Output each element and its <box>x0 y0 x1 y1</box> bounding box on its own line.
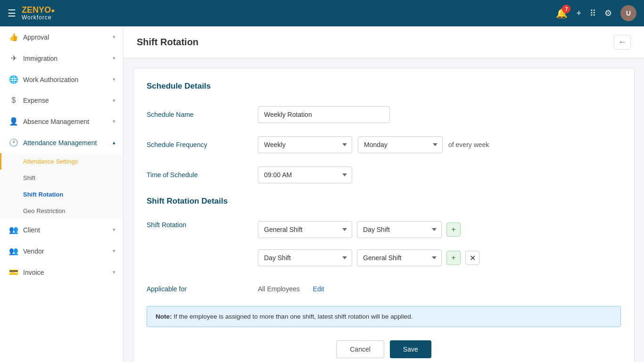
sidebar-item-client[interactable]: 👥 Client ▾ <box>0 219 123 240</box>
shift-rotation-row-1: General Shift Day Shift Night Shift Morn… <box>258 221 461 238</box>
settings-icon[interactable]: ⚙ <box>604 8 612 18</box>
schedule-name-label: Schedule Name <box>147 111 250 118</box>
add-shift-button-2[interactable]: + <box>446 251 461 265</box>
logo: ZENYO● Workforce <box>22 6 55 21</box>
sidebar-item-geo-restriction[interactable]: Geo Restriction <box>0 203 123 219</box>
chevron-down-icon: ▾ <box>113 269 116 275</box>
time-of-schedule-label: Time of Schedule <box>147 171 250 179</box>
logo-workforce: Workforce <box>22 15 55 21</box>
sidebar-label-immigration: Immigration <box>23 55 58 62</box>
chevron-down-icon: ▾ <box>113 227 116 233</box>
main-content: Shift Rotation ← Schedule Details Schedu… <box>124 26 644 362</box>
grid-icon[interactable]: ⠿ <box>590 8 596 18</box>
absence-icon: 👤 <box>9 117 18 126</box>
notification-badge: 7 <box>562 5 570 13</box>
frequency-select[interactable]: Weekly Daily Monthly <box>258 136 352 153</box>
attendance-icon: 🕐 <box>9 138 18 147</box>
applicable-edit-link[interactable]: Edit <box>313 285 324 293</box>
shift-rotation-row: Shift Rotation General Shift Day Shift N… <box>147 221 621 272</box>
chevron-up-icon: ▴ <box>113 140 116 146</box>
sidebar-label-vendor: Vendor <box>23 247 44 255</box>
main-card: Schedule Details Schedule Name Schedule … <box>133 68 635 362</box>
chevron-down-icon: ▾ <box>113 248 116 254</box>
shift-type-select-1[interactable]: General Shift Day Shift Night Shift Morn… <box>258 221 352 238</box>
header-left: ☰ ZENYO● Workforce <box>8 6 55 21</box>
note-text: If the employee is assigned to more than… <box>172 313 413 320</box>
header-right: 🔔 7 + ⠿ ⚙ U <box>556 5 636 21</box>
shift-name-select-2[interactable]: General Shift Day Shift Night Shift Morn… <box>357 249 442 266</box>
chevron-down-icon: ▾ <box>113 98 116 104</box>
note-bold: Note: <box>156 313 172 320</box>
note-box: Note: If the employee is assigned to mor… <box>147 306 621 327</box>
back-button[interactable]: ← <box>614 35 631 49</box>
sidebar-item-absence-management[interactable]: 👤 Absence Management ▾ <box>0 111 123 132</box>
sidebar-item-shift[interactable]: Shift <box>0 170 123 186</box>
avatar[interactable]: U <box>620 5 636 21</box>
attendance-sub-menu: Attendance Settings Shift Shift Rotation… <box>0 153 123 219</box>
chevron-down-icon: ▾ <box>113 118 116 124</box>
schedule-name-input[interactable] <box>258 106 390 123</box>
sidebar: 👍 Approval ▾ ✈ Immigration ▾ 🌐 Work Auth… <box>0 26 124 362</box>
form-actions: Cancel Save <box>147 340 621 358</box>
applicable-value: All Employees <box>258 285 300 293</box>
hamburger-icon[interactable]: ☰ <box>8 8 16 19</box>
sidebar-label-attendance-management: Attendance Management <box>23 139 97 147</box>
page-header: Shift Rotation ← <box>124 26 644 58</box>
schedule-details-section-title: Schedule Details <box>147 82 621 95</box>
header: ☰ ZENYO● Workforce 🔔 7 + ⠿ ⚙ U <box>0 0 644 26</box>
shift-rotation-label: Shift Rotation <box>147 221 250 229</box>
invoice-icon: 💳 <box>9 268 18 277</box>
sidebar-label-approval: Approval <box>23 33 49 41</box>
schedule-frequency-row: Schedule Frequency Weekly Daily Monthly … <box>147 136 621 153</box>
sidebar-label-invoice: Invoice <box>23 269 44 276</box>
logo-zenyo: ZENYO● <box>22 6 55 15</box>
sidebar-item-expense[interactable]: $ Expense ▾ <box>0 90 123 111</box>
shift-type-select-2[interactable]: Day Shift General Shift Night Shift Morn… <box>258 249 352 266</box>
work-auth-icon: 🌐 <box>9 75 18 84</box>
sidebar-label-expense: Expense <box>23 97 49 104</box>
time-select[interactable]: 09:00 AM 08:00 AM 10:00 AM 11:00 AM 12:0… <box>258 166 352 183</box>
shift-rotation-row-2: Day Shift General Shift Night Shift Morn… <box>258 249 479 266</box>
sidebar-item-invoice[interactable]: 💳 Invoice ▾ <box>0 262 123 283</box>
immigration-icon: ✈ <box>9 54 18 63</box>
sidebar-label-absence-management: Absence Management <box>23 118 89 125</box>
vendor-icon: 👥 <box>9 247 18 255</box>
time-of-schedule-row: Time of Schedule 09:00 AM 08:00 AM 10:00… <box>147 166 621 183</box>
remove-shift-button[interactable]: ✕ <box>465 251 479 265</box>
sidebar-item-attendance-settings[interactable]: Attendance Settings <box>0 153 123 170</box>
applicable-for-row: Applicable for All Employees Edit <box>147 285 621 293</box>
sidebar-label-client: Client <box>23 226 40 234</box>
chevron-down-icon: ▾ <box>113 76 116 82</box>
applicable-for-label: Applicable for <box>147 285 250 293</box>
chevron-down-icon: ▾ <box>113 34 116 40</box>
client-icon: 👥 <box>9 225 18 234</box>
day-select[interactable]: Monday Tuesday Wednesday Thursday Friday… <box>358 136 443 153</box>
page-title: Shift Rotation <box>137 37 198 48</box>
add-icon[interactable]: + <box>576 8 581 18</box>
of-every-week-text: of every week <box>448 141 489 148</box>
sidebar-label-work-authorization: Work Authorization <box>23 76 78 83</box>
shift-rotation-details-section-title: Shift Rotation Details <box>147 197 621 210</box>
sidebar-item-approval[interactable]: 👍 Approval ▾ <box>0 26 123 48</box>
notification-bell[interactable]: 🔔 7 <box>556 8 568 19</box>
expense-icon: $ <box>9 96 18 105</box>
sidebar-item-attendance-management[interactable]: 🕐 Attendance Management ▴ <box>0 132 123 153</box>
schedule-frequency-label: Schedule Frequency <box>147 141 250 148</box>
chevron-down-icon: ▾ <box>113 55 116 61</box>
schedule-name-row: Schedule Name <box>147 106 621 123</box>
add-shift-button[interactable]: + <box>446 222 461 237</box>
sidebar-item-work-authorization[interactable]: 🌐 Work Authorization ▾ <box>0 69 123 90</box>
sidebar-item-vendor[interactable]: 👥 Vendor ▾ <box>0 240 123 262</box>
sidebar-item-immigration[interactable]: ✈ Immigration ▾ <box>0 48 123 69</box>
app-body: 👍 Approval ▾ ✈ Immigration ▾ 🌐 Work Auth… <box>0 26 644 362</box>
cancel-button[interactable]: Cancel <box>336 340 384 358</box>
approval-icon: 👍 <box>9 33 18 41</box>
shift-name-select-1[interactable]: Day Shift General Shift Night Shift Morn… <box>357 221 442 238</box>
save-button[interactable]: Save <box>390 340 431 358</box>
sidebar-item-shift-rotation[interactable]: Shift Rotation <box>0 186 123 203</box>
